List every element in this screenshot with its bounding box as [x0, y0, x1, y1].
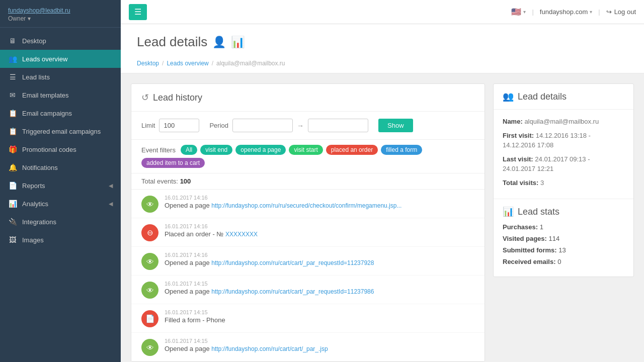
lead-stat-row: Purchases: 1 — [503, 223, 624, 231]
domain-chevron-icon: ▾ — [590, 9, 592, 15]
chart-icon: 📊 — [231, 36, 245, 49]
event-link[interactable]: http://fundayshop.com/ru/ru/secured/chec… — [211, 202, 401, 209]
lead-history-header: ↺ Lead history — [131, 84, 485, 112]
sidebar-item-analytics[interactable]: 📊Analytics◀ — [0, 195, 121, 213]
lead-stats-section: 📊 Lead stats Purchases: 1Visited pages: … — [494, 199, 633, 277]
sidebar-item-triggered-email-campaigns[interactable]: 📋Triggered email campaigns — [0, 122, 121, 140]
total-visits-row: Total visits: 3 — [503, 178, 624, 188]
event-link[interactable]: http://fundayshop.com/ru/cart/cart/_par_… — [211, 288, 374, 295]
event-filter-all[interactable]: All — [181, 145, 197, 155]
event-description: Placed an order - № XXXXXXXX — [165, 230, 474, 238]
flag-chevron-icon: ▾ — [523, 9, 526, 15]
lead-stats-rows: Purchases: 1Visited pages: 114Submitted … — [503, 223, 624, 265]
sidebar-item-reports[interactable]: 📄Reports◀ — [0, 176, 121, 195]
period-filter-group: Period → — [209, 119, 368, 132]
sidebar-item-label-analytics: Analytics — [22, 200, 48, 208]
sidebar-item-label-triggered-email-campaigns: Triggered email campaigns — [22, 128, 101, 135]
lead-details-info: Name: alquila@mail@mailbox.ru First visi… — [494, 110, 633, 199]
topbar-domain-selector[interactable]: fundayshop.com ▾ — [540, 8, 592, 16]
event-icon: 📄 — [141, 310, 158, 327]
topbar-flag-selector[interactable]: 🇺🇸 ▾ — [511, 7, 526, 17]
sidebar-item-label-reports: Reports — [22, 182, 45, 190]
images-icon: 🖼 — [8, 236, 17, 244]
event-filter-visit-end[interactable]: visit end — [200, 145, 232, 155]
menu-toggle-button[interactable]: ☰ — [129, 4, 147, 20]
page-title-area: Lead details 👤 📊 Desktop / Leads overvie… — [121, 24, 644, 73]
event-description: Opened a page http://fundayshop.com/ru/r… — [165, 202, 474, 209]
breadcrumb: Desktop / Leads overview / alquila@mail@… — [137, 56, 628, 73]
page-body: Lead details 👤 📊 Desktop / Leads overvie… — [121, 24, 644, 362]
sidebar-item-label-leads-overview: Leads overview — [22, 55, 67, 63]
event-filter-placed-order[interactable]: placed an order — [326, 145, 378, 155]
event-description: Opened a page http://fundayshop.com/ru/c… — [165, 259, 474, 266]
lead-name-row: Name: alquila@mail@mailbox.ru — [503, 117, 624, 127]
breadcrumb-leads-overview[interactable]: Leads overview — [167, 60, 208, 67]
event-icon: 👁 — [141, 282, 158, 299]
topbar: ☰ 🇺🇸 ▾ | fundayshop.com ▾ | ↪ Log out — [121, 0, 644, 24]
total-events-count: 100 — [180, 177, 191, 185]
logout-button[interactable]: ↪ Log out — [606, 8, 636, 16]
sidebar-item-email-campaigns[interactable]: 📋Email campaigns — [0, 104, 121, 122]
lead-stats-icon: 📊 — [503, 206, 514, 217]
limit-input[interactable] — [159, 119, 199, 132]
total-visits-value: 3 — [540, 179, 544, 187]
limit-filter-group: Limit — [141, 119, 199, 132]
history-icon: ↺ — [141, 92, 149, 103]
sidebar-user-email[interactable]: fundayshop@leadbit.ru — [8, 7, 113, 14]
sidebar-item-lead-lists[interactable]: ☰Lead lists — [0, 68, 121, 86]
event-filter-filled-form[interactable]: filled a form — [381, 145, 422, 155]
lead-details-panel: 👥 Lead details Name: alquila@mail@mailbo… — [493, 83, 634, 277]
event-list-item: 👁16.01.2017 14:15Opened a page http://fu… — [131, 333, 485, 361]
email-campaigns-icon: 📋 — [8, 109, 17, 117]
event-list-item: 📄16.01.2017 14:15Filled a form - Phone — [131, 304, 485, 333]
event-link[interactable]: XXXXXXXX — [225, 231, 258, 238]
sidebar-item-integrations[interactable]: 🔌Integrations — [0, 213, 121, 231]
lead-lists-icon: ☰ — [8, 73, 17, 81]
event-filter-opened-page[interactable]: opened a page — [235, 145, 286, 155]
promotional-codes-icon: 🎁 — [8, 145, 17, 153]
lead-details-header: 👥 Lead details — [494, 84, 633, 110]
page-title: Lead details 👤 📊 — [137, 34, 628, 56]
sidebar-item-images[interactable]: 🖼Images — [0, 231, 121, 249]
content-grid: ↺ Lead history Limit Period → Sho — [121, 73, 644, 362]
event-filter-added-cart[interactable]: added item to a cart — [141, 158, 205, 168]
sidebar-user-role: Owner ▾ — [8, 15, 113, 22]
lead-name-value: alquila@mail@mailbox.ru — [524, 118, 599, 125]
sidebar-item-label-promotional-codes: Promotional codes — [22, 146, 76, 153]
reports-chevron-icon: ◀ — [109, 183, 113, 189]
event-list-item: ⊖16.01.2017 14:16Placed an order - № XXX… — [131, 218, 485, 247]
event-description: Filled a form - Phone — [165, 316, 474, 324]
sidebar-item-desktop[interactable]: 🖥Desktop — [0, 32, 121, 50]
event-icon: 👁 — [141, 196, 158, 213]
sidebar-item-email-templates[interactable]: ✉Email templates — [0, 86, 121, 104]
sidebar-item-promotional-codes[interactable]: 🎁Promotional codes — [0, 140, 121, 158]
lead-stat-row: Submitted forms: 13 — [503, 246, 624, 254]
analytics-chevron-icon: ◀ — [109, 201, 113, 207]
lead-stats-title: Lead stats — [518, 207, 559, 217]
first-visit-row: First visit: 14.12.2016 13:18 - 14.12.20… — [503, 131, 624, 150]
event-time: 16.01.2017 14:15 — [165, 309, 474, 315]
show-button[interactable]: Show — [378, 119, 413, 132]
period-arrow-icon: → — [297, 122, 304, 130]
event-link[interactable]: http://fundayshop.com/ru/cart/cart/_par_… — [211, 259, 374, 266]
notifications-icon: 🔔 — [8, 163, 17, 171]
event-icon: 👁 — [141, 253, 158, 270]
sidebar-item-notifications[interactable]: 🔔Notifications — [0, 158, 121, 176]
period-end-input[interactable] — [308, 119, 368, 132]
event-filter-visit-start[interactable]: visit start — [289, 145, 323, 155]
lead-stat-row: Received emails: 0 — [503, 258, 624, 265]
sidebar-header: fundayshop@leadbit.ru Owner ▾ — [0, 0, 121, 28]
lead-history-panel: ↺ Lead history Limit Period → Sho — [131, 83, 485, 362]
event-filters-row: Event filters Allvisit endopened a pagev… — [131, 140, 485, 173]
breadcrumb-desktop[interactable]: Desktop — [137, 60, 159, 67]
event-description: Opened a page http://fundayshop.com/ru/c… — [165, 288, 474, 295]
sidebar-item-leads-overview[interactable]: 👥Leads overview — [0, 50, 121, 68]
period-start-input[interactable] — [232, 119, 293, 132]
sidebar-item-label-desktop: Desktop — [22, 37, 46, 45]
sidebar: fundayshop@leadbit.ru Owner ▾ 🖥Desktop👥L… — [0, 0, 121, 362]
integrations-icon: 🔌 — [8, 218, 17, 226]
sidebar-item-label-email-campaigns: Email campaigns — [22, 110, 72, 117]
event-filters-label: Event filters — [141, 146, 176, 154]
event-time: 16.01.2017 14:15 — [165, 281, 474, 287]
event-link[interactable]: http://fundayshop.com/ru/cart/cart/_par_… — [211, 345, 328, 352]
